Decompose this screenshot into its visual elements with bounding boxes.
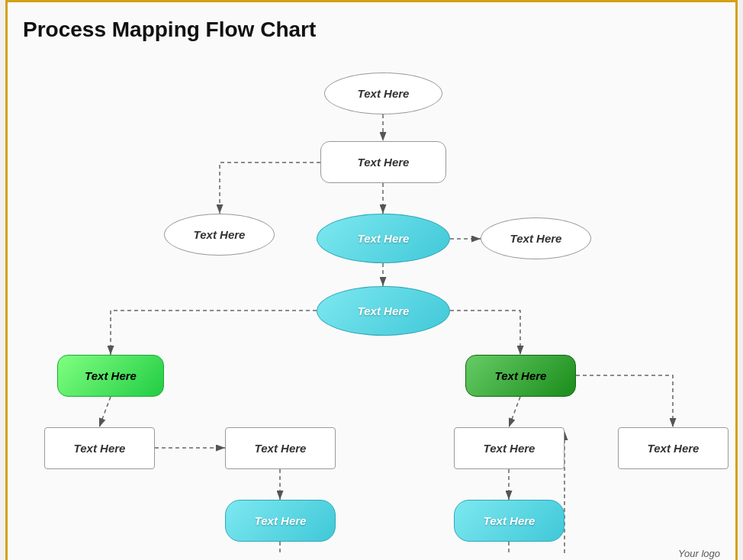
node-n14: Text Here <box>454 500 564 542</box>
node-n3: Text Here <box>164 214 275 256</box>
node-n5: Text Here <box>481 217 591 259</box>
flowchart: Text Here Text Here Text Here Text Here … <box>23 50 720 553</box>
node-n12: Text Here <box>618 427 729 469</box>
node-n13: Text Here <box>225 500 336 542</box>
chart-title: Process Mapping Flow Chart <box>23 18 720 42</box>
node-n9: Text Here <box>44 427 155 469</box>
logo-text: Your logo <box>678 548 720 559</box>
node-n6: Text Here <box>317 286 450 336</box>
svg-line-8 <box>509 397 520 427</box>
node-n4: Text Here <box>317 214 450 263</box>
node-n11: Text Here <box>454 427 564 469</box>
svg-line-5 <box>99 397 111 427</box>
chart-container: Process Mapping Flow Chart <box>5 0 738 560</box>
node-n7: Text Here <box>57 355 164 397</box>
node-n8: Text Here <box>465 355 576 397</box>
node-n1: Text Here <box>324 72 442 114</box>
node-n2: Text Here <box>320 141 446 183</box>
node-n10: Text Here <box>225 427 336 469</box>
